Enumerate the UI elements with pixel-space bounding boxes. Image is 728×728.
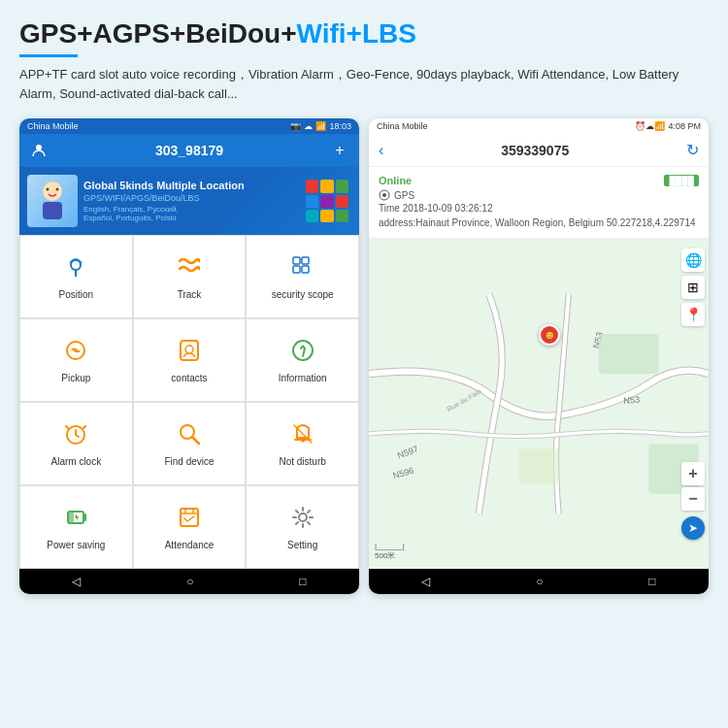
menu-item-contacts[interactable]: contacts (133, 318, 247, 402)
banner-text: Global 5kinds Multiple Location GPS/WIFI… (83, 180, 297, 222)
attendance-icon (176, 504, 203, 535)
alarm-icon (62, 420, 89, 451)
phone2-map[interactable]: N597 N596 N53 N53 Rue du Faîn 😊 (369, 239, 709, 569)
phone2-android-nav: ◁ ○ □ (369, 569, 709, 594)
phone2-number: 359339075 (383, 143, 686, 158)
security-label: security scope (272, 289, 334, 300)
phone2-top-bar: ‹ 359339075 ↻ (369, 134, 709, 167)
gps-row: GPS (379, 189, 699, 201)
phone2-nav-back[interactable]: ◁ (421, 575, 430, 588)
banner-langs: English, Français, Русский,Español, Port… (83, 205, 297, 222)
svg-point-4 (56, 188, 59, 191)
menu-item-setting[interactable]: Setting (246, 485, 359, 569)
contacts-label: contacts (171, 373, 207, 383)
pickup-icon (62, 337, 89, 368)
phone1-banner: Global 5kinds Multiple Location GPS/WIFI… (19, 167, 359, 235)
phone1-top-bar: 303_98179 + (19, 134, 359, 167)
svg-point-5 (71, 260, 81, 270)
svg-rect-2 (43, 202, 62, 219)
gps-icon (379, 189, 390, 201)
phone2-time: 4:08 PM (668, 121, 701, 131)
phone2-refresh-btn[interactable]: ↻ (686, 141, 699, 159)
phone2-carrier: China Mobile (377, 121, 428, 131)
location-pin-btn[interactable]: 📍 (681, 303, 705, 326)
title-underline (19, 54, 78, 57)
svg-point-3 (47, 188, 50, 191)
contacts-icon (176, 337, 203, 368)
page-wrapper: GPS+AGPS+BeiDou+Wifi+LBS APP+TF card slo… (0, 0, 728, 728)
map-locate-btn[interactable]: ➤ (681, 516, 705, 540)
svg-point-0 (36, 145, 42, 150)
svg-rect-6 (293, 257, 300, 264)
menu-item-find[interactable]: Find device (133, 402, 247, 485)
title-black-part: GPS+AGPS+BeiDou+ (19, 18, 297, 49)
map-svg: N597 N596 N53 N53 Rue du Faîn (369, 239, 709, 569)
setting-label: Setting (287, 540, 317, 550)
track-icon (176, 253, 203, 284)
menu-item-attendance[interactable]: Attendance (133, 485, 247, 569)
phone1-carrier: China Mobile (27, 121, 79, 131)
online-status: Online ████ (379, 175, 699, 186)
information-label: Information (279, 373, 327, 383)
power-icon (62, 504, 89, 535)
alarm-label: Alarm clock (50, 456, 101, 467)
gps-label: GPS (394, 190, 414, 201)
menu-item-security[interactable]: security scope (246, 235, 359, 318)
phone1-number: 303_98179 (49, 143, 330, 158)
menu-item-pickup[interactable]: Pickup (19, 318, 133, 402)
find-icon (176, 420, 203, 451)
menu-item-notdisturb[interactable]: Not disturb (246, 402, 359, 485)
menu-item-track[interactable]: Track (133, 235, 247, 318)
svg-point-1 (43, 182, 62, 201)
menu-item-information[interactable]: Information (246, 318, 359, 402)
phone2-nav-recent[interactable]: □ (648, 575, 655, 588)
phone2-status-icons: ⏰☁📶 4:08 PM (635, 121, 701, 131)
time-value: 2018-10-09 03:26:12 (403, 203, 493, 214)
information-icon (289, 337, 316, 368)
svg-rect-7 (302, 257, 309, 264)
find-label: Find device (164, 456, 214, 467)
svg-rect-30 (599, 334, 659, 374)
phone1-nav-recent[interactable]: □ (299, 575, 306, 588)
title-blue-part: Wifi+LBS (297, 18, 416, 49)
status-text: Online (379, 175, 412, 186)
map-scale: |______| 500米 (375, 542, 405, 561)
menu-item-alarm[interactable]: Alarm clock (19, 402, 133, 485)
battery-icon: ████ (664, 175, 699, 186)
menu-item-power[interactable]: Power saving (19, 485, 133, 569)
notdisturb-label: Not disturb (279, 456, 325, 467)
phone2-status-bar: China Mobile ⏰☁📶 4:08 PM (369, 118, 709, 134)
time-row: Time 2018-10-09 03:26:12 (379, 203, 699, 214)
setting-icon (289, 504, 316, 535)
phone1-android-nav: ◁ ○ □ (19, 569, 359, 594)
phone1-status-icons: 📷 ☁ 📶 18:03 (290, 121, 351, 131)
phone1-menu-grid: Position Track (19, 235, 359, 569)
svg-text:😊: 😊 (546, 331, 554, 340)
pickup-label: Pickup (61, 373, 90, 383)
phone1-person-icon[interactable] (29, 141, 49, 160)
phone2-info-panel: Online ████ GPS Time 2018-10-09 03:26:12… (369, 167, 709, 239)
map-side-buttons: 🌐 ⊞ 📍 (681, 248, 705, 326)
security-icon (289, 253, 316, 284)
phone2-nav-home[interactable]: ○ (536, 575, 543, 588)
zoom-out-btn[interactable]: − (681, 487, 705, 511)
svg-point-13 (185, 346, 193, 353)
phone1-time: 18:03 (329, 121, 351, 131)
svg-point-23 (382, 193, 386, 197)
phone1-add-btn[interactable]: + (330, 141, 349, 160)
globe-btn[interactable]: 🌐 (681, 248, 705, 272)
title-section: GPS+AGPS+BeiDou+Wifi+LBS APP+TF card slo… (19, 17, 709, 105)
svg-point-15 (301, 346, 304, 348)
layers-btn[interactable]: ⊞ (681, 276, 705, 299)
svg-rect-19 (69, 513, 74, 522)
zoom-in-btn[interactable]: + (681, 462, 705, 485)
menu-item-position[interactable]: Position (19, 235, 133, 318)
phone1-nav-home[interactable]: ○ (186, 575, 193, 588)
phone1-nav-back[interactable]: ◁ (72, 575, 81, 588)
svg-text:N53: N53 (623, 395, 641, 406)
phone1-status-bar: China Mobile 📷 ☁ 📶 18:03 (19, 118, 359, 134)
banner-sub-title: GPS/WIFI/APGS/BeiDou/LBS (83, 193, 297, 203)
svg-point-21 (299, 513, 307, 521)
phone1: China Mobile 📷 ☁ 📶 18:03 303_98179 + (19, 118, 359, 594)
subtitle-text: APP+TF card slot auto voice recording，Vi… (19, 65, 709, 106)
